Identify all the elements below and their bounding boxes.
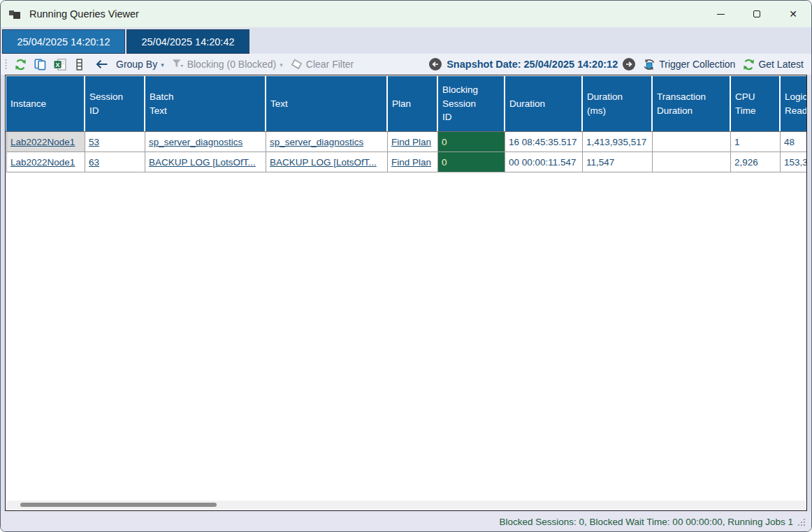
- cell-text-link[interactable]: sp_server_diagnostics: [266, 132, 388, 152]
- get-latest-icon: [743, 59, 755, 71]
- cell-cpu-time[interactable]: 1: [731, 132, 781, 152]
- title-bar: Running Queries Viewer ✕: [1, 1, 811, 27]
- close-icon: ✕: [789, 9, 797, 19]
- cell-find-plan-link[interactable]: Find Plan: [388, 152, 438, 172]
- cell-transaction-duration[interactable]: [653, 152, 731, 172]
- cell-session-id-link[interactable]: 63: [85, 152, 145, 172]
- cell-batch-text-link[interactable]: sp_server_diagnostics: [145, 132, 266, 152]
- resize-grip-icon[interactable]: [798, 518, 806, 526]
- grid-view-icon: [74, 59, 85, 71]
- cell-find-plan-link[interactable]: Find Plan: [388, 132, 438, 152]
- refresh-button[interactable]: [13, 59, 29, 71]
- prev-snapshot-icon: [431, 60, 440, 68]
- clear-filter-label: Clear Filter: [306, 59, 354, 70]
- cell-logical-reads[interactable]: 48: [781, 132, 806, 152]
- cell-duration[interactable]: 16 08:45:35.517: [505, 132, 583, 152]
- minimize-button[interactable]: [702, 1, 739, 27]
- copy-icon: [34, 59, 46, 71]
- cell-instance-link[interactable]: Lab2022Node1: [6, 132, 85, 152]
- cell-duration-ms[interactable]: 11,547: [583, 152, 653, 172]
- column-header-text[interactable]: Text: [266, 76, 388, 131]
- cell-text-link[interactable]: BACKUP LOG [LotsOfT...: [266, 152, 388, 172]
- horizontal-scrollbar-thumb[interactable]: [20, 503, 217, 507]
- column-header-plan[interactable]: Plan: [388, 76, 438, 131]
- chevron-down-icon: ▾: [280, 61, 283, 68]
- trigger-collection-button[interactable]: Trigger Collection: [641, 59, 737, 71]
- column-header-batch-text[interactable]: Batch Text: [145, 76, 266, 131]
- running-queries-grid: Instance Session ID Batch Text Text Plan…: [5, 75, 807, 511]
- export-excel-icon: X: [54, 59, 66, 71]
- window-controls: ✕: [702, 1, 811, 27]
- toolbar-grip[interactable]: [5, 59, 7, 70]
- refresh-icon: [15, 59, 27, 71]
- snapshot-tab-strip: 25/04/2025 14:20:12 25/04/2025 14:20:42: [1, 27, 811, 54]
- back-arrow-icon: [95, 59, 108, 70]
- group-by-label: Group By: [116, 59, 157, 70]
- column-header-cpu-time[interactable]: CPU Time: [731, 76, 781, 131]
- column-header-duration-ms[interactable]: Duration (ms): [583, 76, 653, 131]
- app-icon: [9, 8, 22, 20]
- blocking-filter-label: Blocking (0 Blocked): [187, 59, 277, 70]
- status-bar: Blocked Sessions: 0, Blocked Wait Time: …: [1, 511, 811, 532]
- tab-label: 25/04/2025 14:20:42: [141, 36, 234, 47]
- clear-filter-button[interactable]: Clear Filter: [289, 59, 356, 70]
- next-snapshot-icon: [625, 60, 633, 68]
- filter-icon: [172, 59, 184, 70]
- svg-text:X: X: [55, 60, 60, 68]
- toolbar: X Group By ▾ Blocking (0 Blocked): [1, 54, 811, 75]
- maximize-button[interactable]: [739, 1, 775, 27]
- cell-duration-ms[interactable]: 1,413,935,517: [583, 132, 653, 152]
- column-header-session-id[interactable]: Session ID: [85, 76, 145, 131]
- tab-snapshot-1[interactable]: 25/04/2025 14:20:12: [2, 29, 125, 54]
- cell-blocking-session-id[interactable]: 0: [438, 132, 505, 152]
- cell-transaction-duration[interactable]: [653, 132, 731, 152]
- column-header-duration[interactable]: Duration: [505, 76, 583, 131]
- cell-session-id-link[interactable]: 53: [85, 132, 145, 152]
- column-header-blocking-session-id[interactable]: Blocking Session ID: [438, 76, 505, 131]
- close-button[interactable]: ✕: [775, 1, 811, 27]
- cell-logical-reads[interactable]: 153,3: [781, 152, 806, 172]
- grid-header-row: Instance Session ID Batch Text Text Plan…: [6, 75, 806, 132]
- table-row: Lab2022Node1 63 BACKUP LOG [LotsOfT... B…: [6, 152, 806, 172]
- grid-view-button[interactable]: [72, 59, 87, 71]
- export-excel-button[interactable]: X: [52, 59, 68, 71]
- blocking-filter-button[interactable]: Blocking (0 Blocked) ▾: [170, 59, 285, 70]
- trigger-collection-label: Trigger Collection: [659, 59, 735, 70]
- cell-duration[interactable]: 00 00:00:11.547: [505, 152, 583, 172]
- chevron-down-icon: ▾: [161, 61, 164, 68]
- cell-cpu-time[interactable]: 2,926: [731, 152, 781, 172]
- clear-filter-icon: [291, 59, 303, 70]
- app-window: Running Queries Viewer ✕ 25/04/2025 14:2…: [0, 0, 812, 532]
- next-snapshot-button[interactable]: [623, 58, 635, 71]
- cell-instance-link[interactable]: Lab2022Node1: [6, 152, 85, 172]
- get-latest-button[interactable]: Get Latest: [741, 59, 806, 71]
- column-header-instance[interactable]: Instance: [6, 76, 85, 131]
- maximize-icon: [753, 10, 760, 17]
- snapshot-date-label: Snapshot Date: 25/04/2025 14:20:12: [447, 59, 618, 70]
- status-summary: Blocked Sessions: 0, Blocked Wait Time: …: [500, 517, 793, 527]
- prev-snapshot-button[interactable]: [429, 58, 442, 71]
- cell-blocking-session-id[interactable]: 0: [438, 152, 505, 172]
- copy-button[interactable]: [32, 59, 48, 71]
- window-title: Running Queries Viewer: [29, 8, 139, 20]
- tab-label: 25/04/2025 14:20:12: [17, 36, 110, 47]
- trigger-collection-icon: [643, 59, 655, 71]
- column-header-transaction-duration[interactable]: Transaction Duration: [653, 76, 731, 131]
- cell-batch-text-link[interactable]: BACKUP LOG [LotsOfT...: [145, 152, 266, 172]
- column-header-logical-reads[interactable]: Logical Reads: [781, 76, 806, 131]
- horizontal-scrollbar[interactable]: [6, 501, 806, 510]
- get-latest-label: Get Latest: [758, 59, 804, 70]
- tab-snapshot-2[interactable]: 25/04/2025 14:20:42: [126, 29, 249, 54]
- back-button[interactable]: [93, 59, 110, 70]
- table-row: Lab2022Node1 53 sp_server_diagnostics sp…: [6, 132, 806, 152]
- group-by-button[interactable]: Group By ▾: [114, 59, 166, 70]
- minimize-icon: [717, 14, 725, 15]
